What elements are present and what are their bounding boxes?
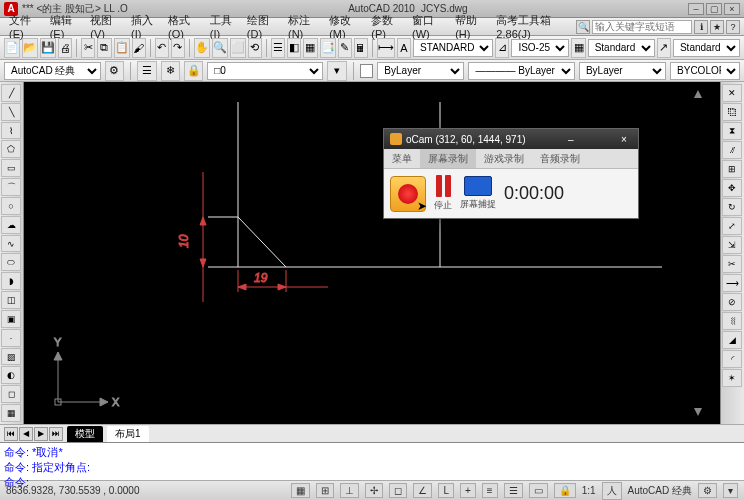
ocam-titlebar[interactable]: oCam (312, 60, 1444, 971) – × [384, 129, 638, 149]
scroll-up-icon[interactable] [694, 90, 702, 98]
annoscale[interactable]: 1:1 [582, 485, 596, 496]
status-workspace[interactable]: AutoCAD 经典 [628, 484, 692, 498]
ocam-tab-screen[interactable]: 屏幕录制 [420, 149, 476, 168]
match-button[interactable]: 🖌 [132, 38, 146, 58]
ocam-stop-button[interactable]: 停止 [434, 175, 452, 212]
menu-draw[interactable]: 绘图(D) [242, 13, 283, 40]
layer-freeze-button[interactable]: ❄ [161, 61, 180, 81]
redo-button[interactable]: ↷ [171, 38, 185, 58]
cut-button[interactable]: ✂ [81, 38, 95, 58]
close-button[interactable]: × [724, 3, 740, 15]
hatch-tool[interactable]: ▨ [1, 348, 21, 366]
lwt-button[interactable]: ≡ [482, 483, 498, 498]
tablestyle-icon[interactable]: ▦ [571, 38, 585, 58]
xline-tool[interactable]: ╲ [1, 103, 21, 121]
tab-layout1[interactable]: 布局1 [107, 426, 149, 442]
color-select[interactable]: ByLayer [377, 62, 464, 80]
dim-icon[interactable]: ⟼ [377, 38, 395, 58]
ocam-tab-game[interactable]: 游戏录制 [476, 149, 532, 168]
rotate-tool[interactable]: ↻ [722, 198, 742, 216]
sheetset-button[interactable]: 📑 [320, 38, 336, 58]
revcloud-tool[interactable]: ☁ [1, 216, 21, 234]
gear-icon[interactable]: ⚙ [105, 61, 124, 81]
tab-prev[interactable]: ◀ [19, 427, 33, 441]
lock-button[interactable]: 🔒 [554, 483, 576, 498]
ws-gear-icon[interactable]: ⚙ [698, 483, 717, 498]
line-tool[interactable]: ╱ [1, 84, 21, 102]
dyn-button[interactable]: + [460, 483, 476, 498]
mleader-icon[interactable]: ↗ [657, 38, 671, 58]
help-icon[interactable]: ? [726, 20, 740, 34]
menu-view[interactable]: 视图(V) [85, 13, 126, 40]
menu-file[interactable]: 文件(E) [4, 13, 45, 40]
table-tool[interactable]: ▦ [1, 404, 21, 422]
osnap-button[interactable]: ◻ [389, 483, 407, 498]
ocam-record-button[interactable]: ➤ [390, 176, 426, 212]
designcenter-button[interactable]: ◧ [287, 38, 301, 58]
polygon-tool[interactable]: ⬠ [1, 140, 21, 158]
tab-model[interactable]: 模型 [67, 426, 103, 442]
array-tool[interactable]: ⊞ [722, 160, 742, 178]
ortho-button[interactable]: ⊥ [340, 483, 359, 498]
zoom-window-button[interactable]: ⬜ [230, 38, 246, 58]
point-tool[interactable]: · [1, 329, 21, 347]
linetype-select[interactable]: ———— ByLayer [468, 62, 574, 80]
scroll-down-icon[interactable] [694, 408, 702, 416]
annovis-button[interactable]: 人 [602, 482, 622, 500]
dimstyle-select[interactable]: ISO-25 [511, 39, 569, 57]
menu-window[interactable]: 窗口(W) [407, 13, 450, 40]
maximize-button[interactable]: ▢ [706, 3, 722, 15]
tablestyle-select[interactable]: Standard [588, 39, 655, 57]
new-button[interactable]: 📄 [4, 38, 20, 58]
stretch-tool[interactable]: ⇲ [722, 236, 742, 254]
menu-format[interactable]: 格式(O) [163, 13, 205, 40]
zoom-prev-button[interactable]: ⟲ [248, 38, 262, 58]
menu-insert[interactable]: 插入(I) [126, 13, 163, 40]
rectangle-tool[interactable]: ▭ [1, 159, 21, 177]
search-icon[interactable]: 🔍 [576, 20, 590, 34]
dimstyle-icon[interactable]: ⊿ [495, 38, 509, 58]
undo-button[interactable]: ↶ [155, 38, 169, 58]
block-tool[interactable]: ▣ [1, 310, 21, 328]
insert-tool[interactable]: ◫ [1, 291, 21, 309]
calc-button[interactable]: 🖩 [354, 38, 368, 58]
workspace-select[interactable]: AutoCAD 经典 [4, 62, 101, 80]
fillet-tool[interactable]: ◜ [722, 350, 742, 368]
open-button[interactable]: 📂 [22, 38, 38, 58]
tab-first[interactable]: ⏮ [4, 427, 18, 441]
markup-button[interactable]: ✎ [338, 38, 352, 58]
infocenter-icon[interactable]: ℹ [694, 20, 708, 34]
text-style-icon[interactable]: A [397, 38, 411, 58]
explode-tool[interactable]: ✶ [722, 369, 742, 387]
tab-last[interactable]: ⏭ [49, 427, 63, 441]
move-tool[interactable]: ✥ [722, 179, 742, 197]
extend-tool[interactable]: ⟶ [722, 274, 742, 292]
scale-tool[interactable]: ⤢ [722, 217, 742, 235]
ocam-window[interactable]: oCam (312, 60, 1444, 971) – × 菜单 屏幕录制 游戏… [383, 128, 639, 219]
search-input[interactable] [592, 20, 692, 34]
paste-button[interactable]: 📋 [114, 38, 130, 58]
polar-button[interactable]: ✢ [365, 483, 383, 498]
menu-modify[interactable]: 修改(M) [324, 13, 366, 40]
menu-help[interactable]: 帮助(H) [450, 13, 491, 40]
menu-edit[interactable]: 编辑(E) [45, 13, 86, 40]
ducs-button[interactable]: L [438, 483, 454, 498]
properties-button[interactable]: ☰ [271, 38, 285, 58]
join-tool[interactable]: ⧛ [722, 312, 742, 330]
menu-dimension[interactable]: 标注(N) [283, 13, 324, 40]
pan-button[interactable]: ✋ [194, 38, 210, 58]
chamfer-tool[interactable]: ◢ [722, 331, 742, 349]
toolpalette-button[interactable]: ▦ [303, 38, 317, 58]
arc-tool[interactable]: ⌒ [1, 178, 21, 196]
save-button[interactable]: 💾 [40, 38, 56, 58]
star-icon[interactable]: ★ [710, 20, 724, 34]
copy-button[interactable]: ⧉ [97, 38, 111, 58]
offset-tool[interactable]: ⫽ [722, 141, 742, 159]
qp-button[interactable]: ☰ [504, 483, 523, 498]
layer-select[interactable]: □0 [207, 62, 323, 80]
menu-param[interactable]: 参数(P) [366, 13, 407, 40]
model-button[interactable]: ▭ [529, 483, 548, 498]
break-tool[interactable]: ⊘ [722, 293, 742, 311]
ellipse-arc-tool[interactable]: ◗ [1, 272, 21, 290]
menu-toolbox[interactable]: 高考工具箱2.86(J) [491, 13, 576, 40]
